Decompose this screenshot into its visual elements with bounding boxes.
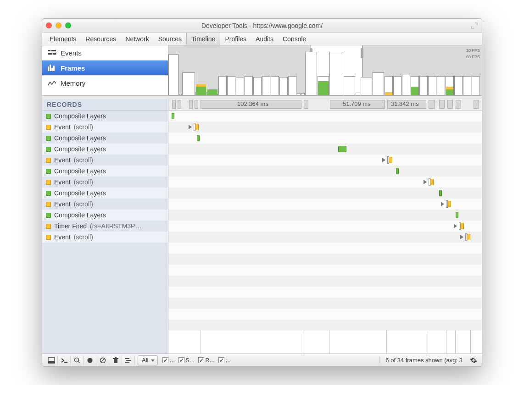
expand-arrow-icon[interactable] [441, 202, 444, 206]
zoom-window-button[interactable] [65, 22, 71, 28]
mode-events[interactable]: Events [42, 45, 168, 61]
timeline-bar[interactable] [396, 168, 399, 174]
record-row[interactable]: Timer Fired (rs=AItRSTM3P… [42, 221, 168, 232]
timeline-bar[interactable] [338, 146, 346, 152]
record-row[interactable]: Composite Layers [42, 166, 168, 177]
frame-block[interactable] [447, 100, 453, 109]
overview-frame-bar[interactable] [301, 93, 305, 95]
tab-profiles[interactable]: Profiles [220, 33, 251, 45]
overview-frame-bar[interactable] [207, 94, 218, 95]
overview-frame-bar[interactable] [402, 75, 410, 95]
overview-frame-bar[interactable] [344, 76, 355, 95]
overview-frame-bar[interactable] [271, 76, 279, 95]
mode-frames[interactable]: Frames [42, 61, 168, 76]
console-toggle-button[interactable] [58, 355, 71, 365]
tab-elements[interactable]: Elements [45, 33, 81, 45]
record-row[interactable]: Composite Layers [42, 111, 168, 122]
overview-frame-bar[interactable] [411, 76, 419, 95]
fullscreen-icon[interactable] [471, 22, 478, 29]
overview-frame-bar[interactable] [373, 72, 384, 95]
legend-rendering[interactable]: R… [198, 357, 215, 364]
overview-frame-bar[interactable] [245, 76, 253, 95]
timeline-bar[interactable] [389, 157, 392, 163]
timeline-bar[interactable] [197, 135, 200, 141]
overview-frame-bar[interactable] [288, 76, 296, 95]
legend-loading[interactable]: … [162, 357, 175, 364]
overview-frame-bar[interactable] [236, 77, 244, 95]
frame-block[interactable] [189, 100, 193, 109]
record-row[interactable]: Event (scroll) [42, 199, 168, 210]
timeline-bar[interactable] [467, 234, 470, 240]
overview-frame-bar[interactable] [262, 76, 270, 95]
overview-frame-bar[interactable] [279, 77, 288, 95]
tab-resources[interactable]: Resources [81, 33, 121, 45]
tab-timeline[interactable]: Timeline [186, 33, 220, 45]
records-list[interactable]: Composite LayersEvent (scroll)Composite … [42, 111, 168, 354]
frames-overview[interactable]: 30 FPS 60 FPS [168, 45, 482, 95]
tab-network[interactable]: Network [121, 33, 153, 45]
overview-frame-bar[interactable] [361, 77, 372, 95]
close-window-button[interactable] [46, 22, 52, 28]
expand-arrow-icon[interactable] [460, 235, 463, 239]
record-row[interactable]: Composite Layers [42, 210, 168, 221]
timeline-bar[interactable] [195, 124, 199, 130]
minimize-window-button[interactable] [56, 22, 61, 28]
expand-arrow-icon[interactable] [454, 224, 457, 228]
frame-block[interactable] [429, 100, 435, 109]
overview-frame-bar[interactable] [437, 76, 445, 95]
filter-icon[interactable] [122, 355, 135, 365]
frame-block[interactable] [456, 100, 461, 109]
overview-frame-bar[interactable] [305, 52, 317, 95]
search-button[interactable] [71, 355, 84, 365]
tab-console[interactable]: Console [278, 33, 311, 45]
overview-frame-bar[interactable] [463, 76, 471, 95]
overview-frame-bar[interactable] [454, 76, 463, 95]
overview-frame-bar[interactable] [179, 94, 182, 95]
overview-frame-bar[interactable] [393, 76, 401, 95]
overview-frame-bar[interactable] [182, 72, 195, 95]
mode-memory[interactable]: Memory [42, 76, 168, 91]
record-row[interactable]: Event (scroll) [42, 177, 168, 188]
overview-frame-bar[interactable] [356, 93, 360, 95]
overview-frame-bar[interactable] [218, 76, 227, 95]
overview-frame-bar[interactable] [329, 52, 343, 95]
record-button[interactable] [84, 355, 96, 365]
timeline-bar[interactable] [430, 179, 434, 185]
record-row[interactable]: Composite Layers [42, 133, 168, 144]
record-row[interactable]: Event (scroll) [42, 122, 168, 133]
overview-frame-bar[interactable] [253, 77, 262, 95]
tab-audits[interactable]: Audits [251, 33, 278, 45]
timeline-bar[interactable] [456, 212, 458, 218]
filter-select[interactable]: All [138, 355, 158, 365]
frame-block[interactable] [304, 100, 308, 109]
overview-frame-bar[interactable] [168, 54, 178, 95]
overview-frame-bar[interactable] [385, 76, 393, 95]
dock-button[interactable] [45, 355, 58, 365]
legend-painting[interactable]: … [218, 357, 231, 364]
overview-frame-bar[interactable] [195, 92, 206, 95]
overview-frame-bar[interactable] [318, 76, 329, 95]
record-row[interactable]: Event (scroll) [42, 232, 168, 243]
overview-frame-bar[interactable] [446, 76, 454, 95]
frame-block[interactable] [195, 100, 198, 109]
record-row[interactable]: Composite Layers [42, 188, 168, 199]
overview-frame-bar[interactable] [428, 76, 436, 95]
clear-button[interactable] [96, 355, 109, 365]
timeline-bar[interactable] [172, 113, 174, 119]
frame-block[interactable] [474, 100, 479, 109]
timeline-detail[interactable]: 102.364 ms 51.709 ms 31.842 ms [168, 99, 482, 354]
expand-arrow-icon[interactable] [424, 180, 427, 184]
expand-arrow-icon[interactable] [189, 125, 192, 129]
frame-block[interactable] [172, 100, 176, 109]
tab-sources[interactable]: Sources [154, 33, 186, 45]
overview-frame-bar[interactable] [227, 76, 235, 95]
record-row[interactable]: Event (scroll) [42, 155, 168, 166]
legend-scripting[interactable]: S… [178, 357, 195, 364]
timeline-bar[interactable] [439, 190, 442, 196]
overview-frame-bar[interactable] [297, 93, 301, 95]
timeline-bar[interactable] [460, 223, 464, 229]
overview-frame-bar[interactable] [472, 76, 480, 95]
timeline-bar[interactable] [447, 201, 451, 207]
overview-frame-bar[interactable] [419, 76, 428, 95]
settings-button[interactable] [468, 357, 479, 364]
